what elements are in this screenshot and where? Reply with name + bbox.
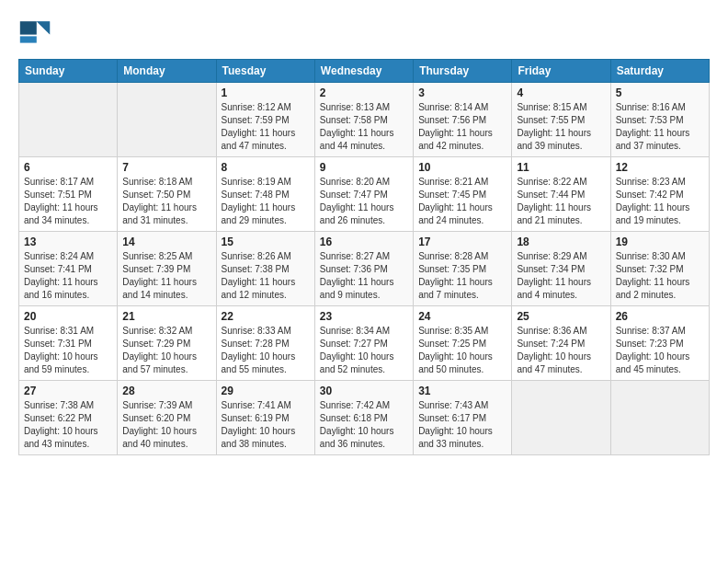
day-info: Sunrise: 8:13 AM Sunset: 7:58 PM Dayligh… xyxy=(320,101,408,153)
day-number: 16 xyxy=(320,236,408,248)
calendar-cell: 10Sunrise: 8:21 AM Sunset: 7:45 PM Dayli… xyxy=(414,157,512,232)
day-number: 15 xyxy=(222,236,310,248)
calendar-table: SundayMondayTuesdayWednesdayThursdayFrid… xyxy=(18,59,710,455)
svg-rect-3 xyxy=(20,21,37,34)
calendar-cell: 4Sunrise: 8:15 AM Sunset: 7:55 PM Daylig… xyxy=(512,83,610,157)
day-info: Sunrise: 7:38 AM Sunset: 6:22 PM Dayligh… xyxy=(24,399,112,451)
day-number: 6 xyxy=(24,161,112,174)
calendar-cell: 15Sunrise: 8:26 AM Sunset: 7:38 PM Dayli… xyxy=(216,232,314,306)
weekday-header-friday: Friday xyxy=(512,60,610,83)
calendar-cell xyxy=(118,83,216,157)
day-number: 27 xyxy=(24,385,112,397)
weekday-header-wednesday: Wednesday xyxy=(314,60,413,83)
day-info: Sunrise: 8:26 AM Sunset: 7:38 PM Dayligh… xyxy=(222,250,310,302)
weekday-header-monday: Monday xyxy=(118,60,216,83)
calendar-cell: 21Sunrise: 8:32 AM Sunset: 7:29 PM Dayli… xyxy=(118,306,216,381)
day-info: Sunrise: 8:35 AM Sunset: 7:25 PM Dayligh… xyxy=(418,325,506,376)
day-info: Sunrise: 8:29 AM Sunset: 7:34 PM Dayligh… xyxy=(517,250,605,302)
svg-rect-4 xyxy=(20,36,37,42)
day-number: 1 xyxy=(222,86,310,99)
calendar-cell: 1Sunrise: 8:12 AM Sunset: 7:59 PM Daylig… xyxy=(216,83,314,157)
calendar-cell: 8Sunrise: 8:19 AM Sunset: 7:48 PM Daylig… xyxy=(216,157,314,232)
day-number: 13 xyxy=(24,236,112,248)
weekday-header-sunday: Sunday xyxy=(19,60,118,83)
calendar-cell: 19Sunrise: 8:30 AM Sunset: 7:32 PM Dayli… xyxy=(610,232,709,306)
day-number: 3 xyxy=(418,86,506,99)
day-info: Sunrise: 8:24 AM Sunset: 7:41 PM Dayligh… xyxy=(24,250,112,302)
calendar-cell: 31Sunrise: 7:43 AM Sunset: 6:17 PM Dayli… xyxy=(414,381,512,455)
header xyxy=(18,15,710,48)
day-number: 21 xyxy=(122,310,210,323)
day-info: Sunrise: 8:14 AM Sunset: 7:56 PM Dayligh… xyxy=(418,101,506,153)
weekday-row: SundayMondayTuesdayWednesdayThursdayFrid… xyxy=(19,60,710,83)
calendar-cell: 27Sunrise: 7:38 AM Sunset: 6:22 PM Dayli… xyxy=(19,381,118,455)
day-info: Sunrise: 8:32 AM Sunset: 7:29 PM Dayligh… xyxy=(122,325,210,376)
day-number: 11 xyxy=(517,161,605,174)
day-number: 12 xyxy=(616,161,704,174)
day-info: Sunrise: 8:34 AM Sunset: 7:27 PM Dayligh… xyxy=(320,325,408,376)
day-info: Sunrise: 7:39 AM Sunset: 6:20 PM Dayligh… xyxy=(122,399,210,451)
calendar-cell: 12Sunrise: 8:23 AM Sunset: 7:42 PM Dayli… xyxy=(610,157,709,232)
day-info: Sunrise: 8:28 AM Sunset: 7:35 PM Dayligh… xyxy=(418,250,506,302)
day-info: Sunrise: 8:25 AM Sunset: 7:39 PM Dayligh… xyxy=(122,250,210,302)
day-info: Sunrise: 7:41 AM Sunset: 6:19 PM Dayligh… xyxy=(222,399,310,451)
day-number: 28 xyxy=(122,385,210,397)
calendar-cell: 26Sunrise: 8:37 AM Sunset: 7:23 PM Dayli… xyxy=(610,306,709,381)
calendar-cell: 24Sunrise: 8:35 AM Sunset: 7:25 PM Dayli… xyxy=(414,306,512,381)
calendar-cell xyxy=(512,381,610,455)
calendar-cell: 18Sunrise: 8:29 AM Sunset: 7:34 PM Dayli… xyxy=(512,232,610,306)
logo-icon xyxy=(18,15,51,48)
calendar-cell: 25Sunrise: 8:36 AM Sunset: 7:24 PM Dayli… xyxy=(512,306,610,381)
calendar-header: SundayMondayTuesdayWednesdayThursdayFrid… xyxy=(19,60,710,83)
day-info: Sunrise: 7:43 AM Sunset: 6:17 PM Dayligh… xyxy=(418,399,506,451)
day-number: 4 xyxy=(517,86,605,99)
day-number: 31 xyxy=(418,385,506,397)
day-number: 17 xyxy=(418,236,506,248)
calendar-cell: 5Sunrise: 8:16 AM Sunset: 7:53 PM Daylig… xyxy=(610,83,709,157)
calendar-cell: 13Sunrise: 8:24 AM Sunset: 7:41 PM Dayli… xyxy=(19,232,118,306)
day-info: Sunrise: 8:22 AM Sunset: 7:44 PM Dayligh… xyxy=(517,176,605,227)
day-number: 18 xyxy=(517,236,605,248)
day-info: Sunrise: 8:33 AM Sunset: 7:28 PM Dayligh… xyxy=(222,325,310,376)
day-number: 23 xyxy=(320,310,408,323)
calendar-week-4: 20Sunrise: 8:31 AM Sunset: 7:31 PM Dayli… xyxy=(19,306,710,381)
day-info: Sunrise: 8:36 AM Sunset: 7:24 PM Dayligh… xyxy=(517,325,605,376)
weekday-header-thursday: Thursday xyxy=(414,60,512,83)
calendar-cell: 3Sunrise: 8:14 AM Sunset: 7:56 PM Daylig… xyxy=(414,83,512,157)
day-info: Sunrise: 8:17 AM Sunset: 7:51 PM Dayligh… xyxy=(24,176,112,227)
calendar-week-1: 1Sunrise: 8:12 AM Sunset: 7:59 PM Daylig… xyxy=(19,83,710,157)
calendar-cell: 6Sunrise: 8:17 AM Sunset: 7:51 PM Daylig… xyxy=(19,157,118,232)
calendar-body: 1Sunrise: 8:12 AM Sunset: 7:59 PM Daylig… xyxy=(19,83,710,455)
calendar-cell: 9Sunrise: 8:20 AM Sunset: 7:47 PM Daylig… xyxy=(314,157,413,232)
day-info: Sunrise: 8:20 AM Sunset: 7:47 PM Dayligh… xyxy=(320,176,408,227)
weekday-header-tuesday: Tuesday xyxy=(216,60,314,83)
day-number: 19 xyxy=(616,236,704,248)
calendar-cell: 28Sunrise: 7:39 AM Sunset: 6:20 PM Dayli… xyxy=(118,381,216,455)
day-number: 22 xyxy=(222,310,310,323)
calendar-cell: 22Sunrise: 8:33 AM Sunset: 7:28 PM Dayli… xyxy=(216,306,314,381)
day-info: Sunrise: 8:16 AM Sunset: 7:53 PM Dayligh… xyxy=(616,101,704,153)
calendar-week-2: 6Sunrise: 8:17 AM Sunset: 7:51 PM Daylig… xyxy=(19,157,710,232)
calendar-cell: 30Sunrise: 7:42 AM Sunset: 6:18 PM Dayli… xyxy=(314,381,413,455)
day-number: 26 xyxy=(616,310,704,323)
calendar-cell xyxy=(610,381,709,455)
day-number: 20 xyxy=(24,310,112,323)
calendar-cell: 23Sunrise: 8:34 AM Sunset: 7:27 PM Dayli… xyxy=(314,306,413,381)
day-info: Sunrise: 8:27 AM Sunset: 7:36 PM Dayligh… xyxy=(320,250,408,302)
day-number: 14 xyxy=(122,236,210,248)
day-number: 9 xyxy=(320,161,408,174)
calendar-cell: 11Sunrise: 8:22 AM Sunset: 7:44 PM Dayli… xyxy=(512,157,610,232)
calendar-cell: 20Sunrise: 8:31 AM Sunset: 7:31 PM Dayli… xyxy=(19,306,118,381)
day-number: 10 xyxy=(418,161,506,174)
day-number: 2 xyxy=(320,86,408,99)
calendar-cell: 2Sunrise: 8:13 AM Sunset: 7:58 PM Daylig… xyxy=(314,83,413,157)
day-info: Sunrise: 8:21 AM Sunset: 7:45 PM Dayligh… xyxy=(418,176,506,227)
calendar-cell xyxy=(19,83,118,157)
day-info: Sunrise: 7:42 AM Sunset: 6:18 PM Dayligh… xyxy=(320,399,408,451)
calendar-week-5: 27Sunrise: 7:38 AM Sunset: 6:22 PM Dayli… xyxy=(19,381,710,455)
weekday-header-saturday: Saturday xyxy=(610,60,709,83)
calendar-cell: 7Sunrise: 8:18 AM Sunset: 7:50 PM Daylig… xyxy=(118,157,216,232)
day-info: Sunrise: 8:19 AM Sunset: 7:48 PM Dayligh… xyxy=(222,176,310,227)
day-number: 8 xyxy=(222,161,310,174)
day-info: Sunrise: 8:23 AM Sunset: 7:42 PM Dayligh… xyxy=(616,176,704,227)
